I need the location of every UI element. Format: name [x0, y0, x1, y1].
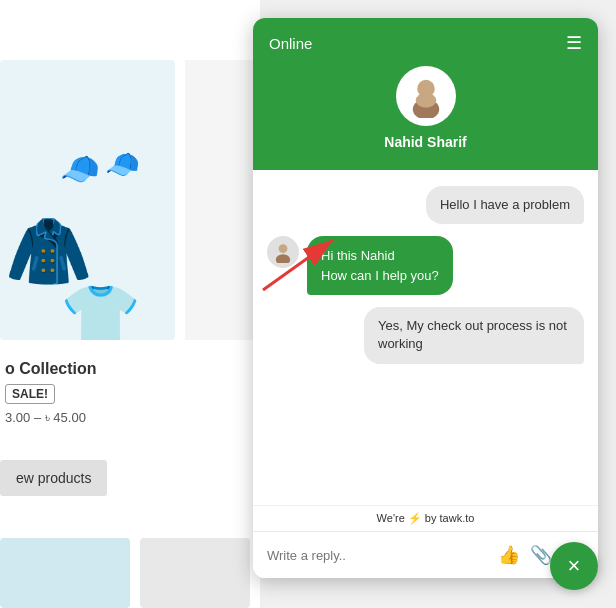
price-range: 3.00 – ৳ 45.00 [5, 410, 97, 426]
chat-menu-icon[interactable]: ☰ [566, 32, 582, 54]
message-bubble-3: Yes, My check out process is not working [364, 307, 584, 363]
chat-header-top: Online ☰ [269, 32, 582, 54]
agent-avatar [396, 66, 456, 126]
new-products-button[interactable]: ew products [0, 460, 107, 496]
hat-icon: 🧢 [60, 150, 100, 188]
message-2: Hi this NahidHow can I help you? [267, 236, 584, 295]
message-text-1: Hello I have a problem [440, 197, 570, 212]
message-3: Yes, My check out process is not working [267, 307, 584, 363]
message-bubble-2: Hi this NahidHow can I help you? [307, 236, 453, 295]
chat-body: Hello I have a problem Hi this NahidHow … [253, 170, 598, 505]
agent-name: Nahid Sharif [384, 134, 466, 150]
thumbs-up-button[interactable]: 👍 [498, 544, 520, 566]
message-1: Hello I have a problem [267, 186, 584, 224]
product-images: 🧢 🧢 🧥 👕 [0, 140, 175, 340]
agent-avatar-image [404, 74, 448, 118]
shop-background: 🧢 🧢 🧥 👕 o Collection SALE! 3.00 – ৳ 45.0… [0, 0, 260, 608]
chat-input-area: 👍 📎 😊 [253, 531, 598, 578]
product-card-1: 🧢 🧢 🧥 👕 [0, 60, 175, 340]
chat-input[interactable] [267, 548, 488, 563]
collection-info: o Collection SALE! 3.00 – ৳ 45.00 [5, 360, 97, 426]
blue-hat-icon: 🧢 [105, 148, 140, 181]
svg-point-4 [276, 254, 290, 263]
chat-widget: Online ☰ Nahid Sharif Hello I have a pro… [253, 18, 598, 578]
message-agent-avatar [267, 236, 299, 268]
close-chat-button[interactable]: × [550, 542, 598, 590]
message-text-3: Yes, My check out process is not working [378, 318, 567, 351]
product-card-2 [185, 60, 260, 340]
bottom-thumbnail-1 [0, 538, 130, 608]
sale-badge: SALE! [5, 384, 55, 404]
branding-text: We're ⚡ by tawk.to [377, 512, 475, 524]
chat-header: Online ☰ Nahid Sharif [253, 18, 598, 170]
message-bubble-1: Hello I have a problem [426, 186, 584, 224]
svg-point-3 [279, 244, 288, 253]
bottom-thumbnail-2 [140, 538, 250, 608]
chat-status: Online [269, 35, 312, 52]
collection-title: o Collection [5, 360, 97, 378]
message-text-2: Hi this NahidHow can I help you? [321, 248, 439, 283]
agent-mini-avatar [272, 241, 294, 263]
svg-point-2 [415, 93, 436, 108]
shirt-icon: 👕 [60, 280, 141, 340]
tawk-branding: We're ⚡ by tawk.to [253, 505, 598, 531]
attachment-button[interactable]: 📎 [530, 544, 552, 566]
